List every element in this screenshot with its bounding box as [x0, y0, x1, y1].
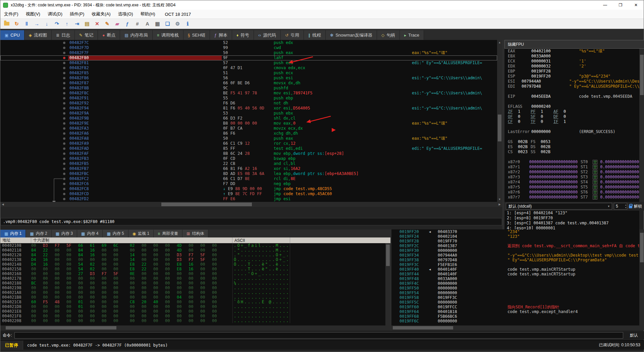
- scroll-thumb[interactable]: [640, 55, 644, 95]
- memory-row[interactable]: 0040217800000000000000000000000000000000…: [0, 276, 385, 281]
- register-row[interactable]: LastError00000000(ERROR_SUCCESS): [504, 129, 644, 134]
- register-row[interactable]: CF0TF0IF1: [504, 119, 644, 124]
- restart-icon[interactable]: ↻: [12, 19, 21, 28]
- breakpoint-dot[interactable]: [63, 183, 65, 185]
- breakpoint-dot[interactable]: [63, 62, 65, 64]
- register-row[interactable]: EBX0033A000: [504, 54, 644, 59]
- scroll-thumb[interactable]: [6, 326, 116, 329]
- flag-name[interactable]: CF: [508, 119, 518, 124]
- tab-引用[interactable]: ↺引用: [281, 30, 304, 40]
- stack-row[interactable]: 0019FF20◀00403370"234": [391, 229, 644, 234]
- disasm-row[interactable]: 00482FB766 81 F6 A2 16xor si,16A2: [0, 166, 497, 171]
- memory-row[interactable]: 00402138D41600000000000014000000D3F75F00…: [0, 257, 385, 262]
- memory-row[interactable]: 004021F800000000000000000000000000000000…: [0, 314, 385, 318]
- tab-符号[interactable]: ♦符号: [232, 30, 254, 40]
- menu-item[interactable]: 插件(P): [66, 10, 88, 18]
- tab-流程图[interactable]: ◈流程图: [24, 30, 52, 40]
- run-icon[interactable]: →: [32, 19, 41, 28]
- close-icon[interactable]: ✕: [93, 19, 102, 28]
- disasm-row[interactable]: 00482FC6F7 DDneg ebp: [0, 181, 497, 186]
- breakpoint-dot[interactable]: [63, 57, 65, 59]
- tab-笔记[interactable]: ✎笔记: [75, 30, 98, 40]
- disasm-row[interactable]: 00482F809Flahf: [0, 55, 497, 60]
- memory-hscrollbar[interactable]: [0, 325, 390, 330]
- memory-row[interactable]: 0040219800000000000000000000000000000000…: [0, 285, 385, 290]
- tab-线程[interactable]: ∥线程: [304, 30, 326, 40]
- breakpoint-dot[interactable]: [63, 87, 65, 89]
- tab-日志[interactable]: ≣日志: [52, 30, 75, 40]
- disasm-row[interactable]: 00482F9155push ebp: [0, 96, 497, 101]
- memory-row[interactable]: 004021C860F5480001000000C820400000000000…: [0, 300, 385, 304]
- disasm-row[interactable]: 00482F8656push esiesi:"-y"==&"C:\\Users\…: [0, 76, 497, 81]
- run-to-return-icon[interactable]: ⇥: [72, 19, 82, 28]
- register-row[interactable]: CS0023SS002B: [504, 149, 644, 155]
- stack-row[interactable]: 0019FF280019FF70: [391, 239, 644, 244]
- tab-句柄[interactable]: ◇句柄: [377, 30, 400, 40]
- flag-name[interactable]: PF: [531, 109, 541, 114]
- breakpoint-dot[interactable]: [63, 77, 65, 79]
- breakpoint-dot[interactable]: [63, 42, 65, 44]
- breakpoint-dot[interactable]: [63, 158, 65, 160]
- disasm-row[interactable]: 00482FA686 F6xchg dh,dh: [0, 131, 497, 136]
- open-file-icon[interactable]: [2, 19, 11, 28]
- disasm-row[interactable]: 00482F7C52push edx: [0, 40, 497, 45]
- log-icon[interactable]: ▤: [83, 19, 92, 28]
- stack-row[interactable]: 0019FF40◀0040140Fcode test.vmp.mainCRTSt…: [391, 267, 644, 272]
- breakpoint-dot[interactable]: [63, 142, 65, 145]
- disasm-row[interactable]: 00482FCD↑ E9 8E 7C FD FFjmp code test.vm…: [0, 191, 497, 196]
- menu-item[interactable]: 收藏夹(A): [88, 10, 114, 18]
- scroll-thumb[interactable]: [161, 203, 252, 206]
- disasm-row[interactable]: 00482F8CBE F5 41 97 78mov esi,789741F5es…: [0, 91, 497, 96]
- register-row[interactable]: x87r600000000000000000000ST6空0.000000000…: [504, 190, 644, 195]
- stack-row[interactable]: 0019FF5000000000: [391, 286, 644, 291]
- breakpoint-dot[interactable]: [63, 173, 65, 175]
- breakpoint-dot[interactable]: [63, 178, 65, 180]
- scroll-thumb[interactable]: [640, 233, 644, 262]
- register-row[interactable]: ES002BDS002B: [504, 144, 644, 149]
- disasm-row[interactable]: 00482F92F6 D6not dh: [0, 101, 497, 106]
- stack-vscrollbar[interactable]: [639, 229, 644, 325]
- disasm-row[interactable]: 00482FAF8B 6C 24 28mov ebp,dword ptr ss:…: [0, 151, 497, 156]
- tab-结构体[interactable]: ⊞结构体: [182, 230, 208, 237]
- register-row[interactable]: x87r400000000000000000000ST4空0.000000000…: [504, 180, 644, 185]
- breakpoint-dot[interactable]: [63, 107, 65, 109]
- stack-hscrollbar[interactable]: [391, 325, 644, 330]
- breakpoint-dot[interactable]: [63, 147, 65, 150]
- menu-item[interactable]: 调试(D): [44, 10, 66, 18]
- argument-row[interactable]: 4: [esp+10] 00000001: [504, 226, 639, 229]
- stack-row[interactable]: 0019FF3CF5EFB1E6: [391, 262, 644, 267]
- memory-row[interactable]: 00402188BC000000000000000000000000000000…: [0, 281, 385, 285]
- menu-item[interactable]: 文件(F): [0, 10, 22, 18]
- disasm-hscrollbar[interactable]: ◀ ▶: [0, 202, 502, 207]
- segment-name[interactable]: ES: [508, 144, 518, 149]
- tab-监视 1[interactable]: ◉监视 1: [128, 230, 154, 237]
- settings-gear-icon[interactable]: ⚙: [173, 19, 182, 28]
- scroll-thumb[interactable]: [498, 115, 501, 141]
- tab-内存 4[interactable]: ▦内存 4: [77, 230, 103, 237]
- register-row[interactable]: EDI00797D48" Ey"==&"ALLUSERSPROFILE=C:\\…: [504, 84, 644, 89]
- register-row[interactable]: x87r300000000000000000000ST3空0.000000000…: [504, 175, 644, 180]
- flag-name[interactable]: IF: [553, 119, 564, 124]
- scroll-right-icon[interactable]: ▶: [497, 202, 502, 207]
- spinner-arrows[interactable]: ▴▾: [625, 204, 626, 209]
- scroll-up-icon[interactable]: ▲: [497, 40, 502, 45]
- tab-内存 3[interactable]: ▦内存 3: [52, 230, 77, 237]
- tab-源代码[interactable]: ‹›源代码: [254, 30, 281, 40]
- argument-row[interactable]: 3: [esp+C] 00401387 code test.vmp.004013…: [504, 221, 639, 226]
- register-row[interactable]: ESI007944A0"-y"==&"C:\\Users\\admin\\Des…: [504, 79, 644, 84]
- disasm-row[interactable]: 00482FC8↓ E9 88 9D 00 00jmp code test.vm…: [0, 186, 497, 191]
- segment-name[interactable]: SS: [531, 149, 541, 155]
- step-out-icon[interactable]: ↑: [62, 19, 71, 28]
- text-a-icon[interactable]: A: [143, 19, 152, 28]
- disasm-row[interactable]: 00482F9B66 D3 F2shl dx,cl: [0, 116, 497, 121]
- flag-name[interactable]: TF: [531, 119, 541, 124]
- highlighter-icon[interactable]: ▰: [113, 19, 122, 28]
- register-row[interactable]: x87r700000000000000000000ST7空0.000000000…: [504, 195, 644, 200]
- disasm-row[interactable]: 00482F9481 F6 05 40 56 0Dxor esi,D564005…: [0, 106, 497, 111]
- breakpoint-dot[interactable]: [63, 112, 65, 115]
- disasm-row[interactable]: 00482FB522 CBand cl,bl: [0, 161, 497, 166]
- stack-row[interactable]: 0019FF3000000000: [391, 248, 644, 253]
- register-row[interactable]: EFLAGS00000240: [504, 104, 644, 109]
- register-row[interactable]: ZF1PF1AF0: [504, 109, 644, 114]
- disasm-row[interactable]: 00482FC266 C1 D7 8Ercl di,8E: [0, 176, 497, 181]
